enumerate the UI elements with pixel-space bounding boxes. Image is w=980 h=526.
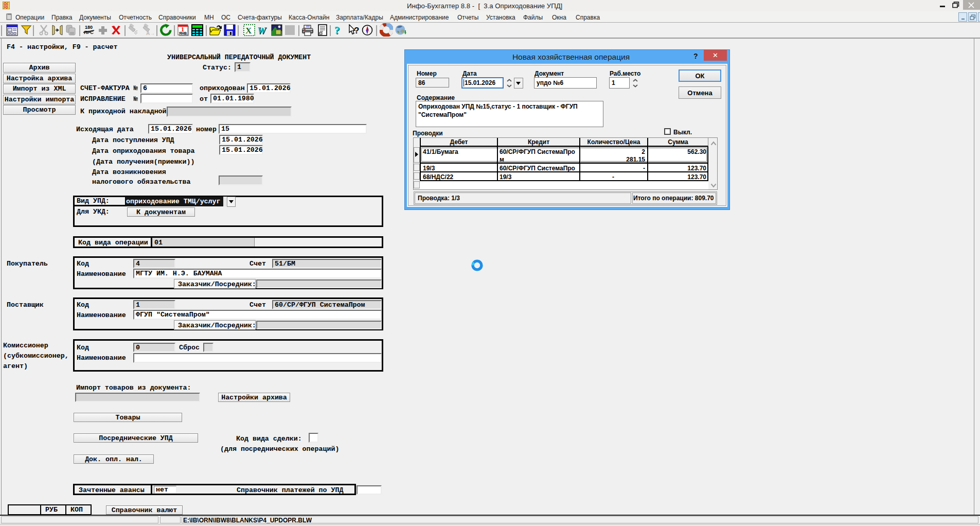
svg-text:?: ? xyxy=(354,26,359,36)
svg-text:ЯНВ: ЯНВ xyxy=(179,31,187,35)
svg-text:А→В: А→В xyxy=(146,30,155,36)
svg-text:X: X xyxy=(245,26,252,36)
svg-text:180: 180 xyxy=(85,25,93,30)
